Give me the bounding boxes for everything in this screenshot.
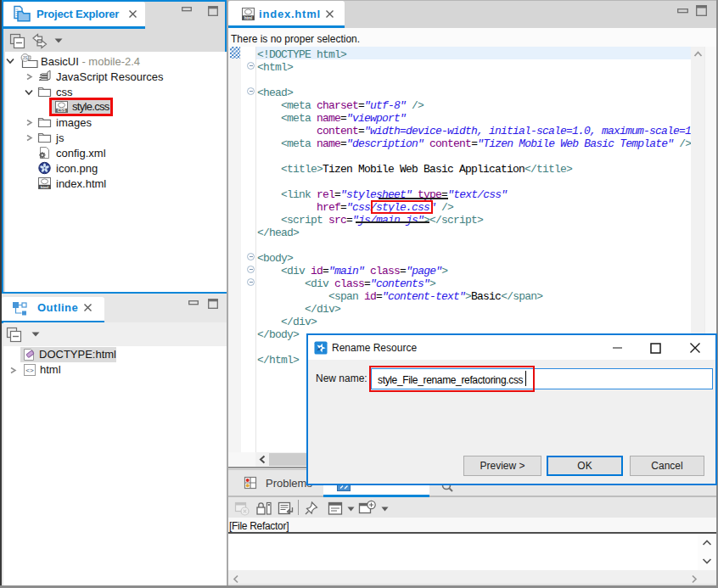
- svg-text:CSS: CSS: [58, 109, 65, 113]
- svg-text:<>: <>: [25, 367, 34, 374]
- svg-text:html: html: [41, 185, 48, 189]
- svg-text:html: html: [244, 16, 253, 20]
- svg-text:JS: JS: [22, 55, 28, 60]
